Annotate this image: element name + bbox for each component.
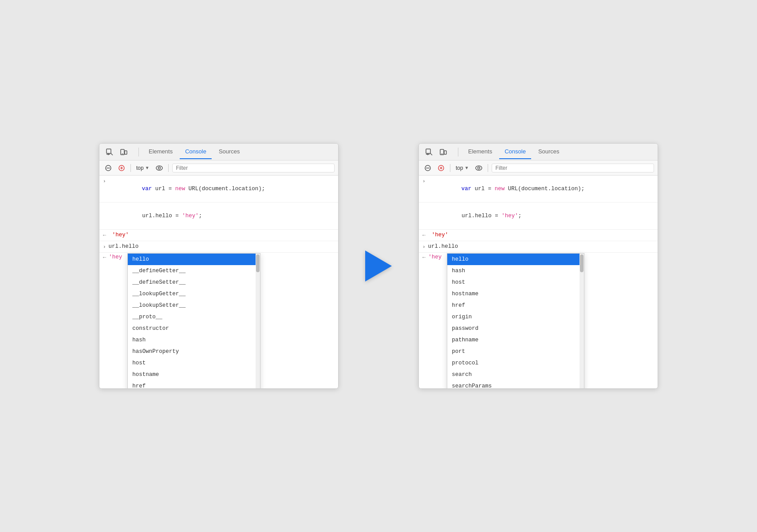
right-context-label: top bbox=[456, 165, 463, 171]
left-ac-item-5[interactable]: __proto__ bbox=[128, 311, 256, 323]
right-ac-item-4[interactable]: href bbox=[447, 300, 580, 311]
right-ac-item-0[interactable]: hello bbox=[447, 254, 580, 265]
left-ac-item-1[interactable]: __defineGetter__ bbox=[128, 265, 256, 277]
left-ac-item-10[interactable]: hostname bbox=[128, 369, 256, 380]
right-tab-divider bbox=[458, 148, 458, 156]
left-tab-icons bbox=[104, 146, 130, 158]
left-toolbar-divider2 bbox=[168, 164, 169, 172]
svg-point-24 bbox=[476, 166, 482, 170]
right-eye-btn[interactable] bbox=[473, 163, 484, 173]
right-tab-elements[interactable]: Elements bbox=[463, 145, 497, 159]
svg-rect-4 bbox=[125, 151, 127, 154]
right-autocomplete-area: ← 'hey hello hash host hostname href ori… bbox=[419, 253, 658, 262]
left-tab-elements[interactable]: Elements bbox=[143, 145, 178, 159]
right-filter-btn[interactable] bbox=[436, 163, 446, 173]
right-ac-item-9[interactable]: protocol bbox=[447, 357, 580, 369]
right-ac-item-3[interactable]: hostname bbox=[447, 288, 580, 300]
right-ac-item-5[interactable]: origin bbox=[447, 311, 580, 323]
left-context-selector[interactable]: top ▼ bbox=[134, 164, 151, 172]
left-prompt1: › bbox=[103, 177, 106, 185]
right-partial-result: 'hey bbox=[428, 254, 442, 260]
left-console-line3: › url.hello bbox=[99, 241, 338, 253]
right-code1: var url = new URL(document.location); bbox=[428, 177, 585, 201]
left-dropdown[interactable]: hello __defineGetter__ __defineSetter__ … bbox=[127, 253, 260, 389]
left-ac-item-2[interactable]: __defineSetter__ bbox=[128, 277, 256, 288]
right-toolbar-divider bbox=[450, 164, 450, 172]
right-tab-console[interactable]: Console bbox=[499, 145, 531, 159]
right-console-line1b: › url.hello = 'hey'; bbox=[419, 203, 658, 230]
left-dropdown-scrollbar bbox=[256, 254, 260, 389]
left-eye-btn[interactable] bbox=[154, 163, 165, 173]
left-partial-result: 'hey bbox=[109, 254, 122, 260]
right-toolbar-divider2 bbox=[488, 164, 488, 172]
left-filter-input[interactable] bbox=[172, 164, 335, 172]
svg-rect-17 bbox=[444, 151, 446, 154]
left-result1-line: ← 'hey' bbox=[99, 230, 338, 241]
right-context-arrow: ▼ bbox=[465, 165, 469, 170]
svg-rect-13 bbox=[426, 149, 430, 153]
left-prompt3: › bbox=[103, 243, 106, 251]
right-ac-item-6[interactable]: password bbox=[447, 323, 580, 334]
right-ac-item-7[interactable]: pathname bbox=[447, 334, 580, 346]
right-result-prompt1: ← bbox=[422, 231, 426, 239]
page-wrapper: Elements Console Sources top bbox=[81, 125, 676, 407]
left-ac-item-3[interactable]: __lookupGetter__ bbox=[128, 288, 256, 300]
left-ac-item-8[interactable]: hasOwnProperty bbox=[128, 346, 256, 357]
inspect-icon[interactable] bbox=[104, 146, 115, 158]
right-dropdown[interactable]: hello hash host hostname href origin pas… bbox=[447, 253, 584, 389]
right-tab-icons bbox=[423, 146, 449, 158]
left-autocomplete-area: ← 'hey hello __defineGetter__ __defineSe… bbox=[99, 253, 338, 262]
right-ac-item-11[interactable]: searchParams bbox=[447, 380, 580, 389]
right-code1b: url.hello = 'hey'; bbox=[428, 204, 521, 228]
left-ac-item-6[interactable]: constructor bbox=[128, 323, 256, 334]
right-context-selector[interactable]: top ▼ bbox=[454, 164, 471, 172]
left-ac-item-0[interactable]: hello bbox=[128, 254, 256, 265]
left-result-prompt1: ← bbox=[103, 231, 106, 239]
left-toolbar-divider bbox=[130, 164, 131, 172]
left-tab-console[interactable]: Console bbox=[180, 145, 212, 159]
left-back-arrow: ← bbox=[103, 254, 106, 261]
left-ac-item-11[interactable]: href bbox=[128, 380, 256, 389]
right-ac-item-2[interactable]: host bbox=[447, 277, 580, 288]
right-console-line3: › url.hello bbox=[419, 241, 658, 253]
right-result1-value: 'hey' bbox=[428, 231, 448, 239]
right-dropdown-list: hello hash host hostname href origin pas… bbox=[447, 254, 580, 389]
right-ac-item-8[interactable]: port bbox=[447, 346, 580, 357]
left-ac-item-4[interactable]: __lookupSetter__ bbox=[128, 300, 256, 311]
right-ac-item-10[interactable]: search bbox=[447, 369, 580, 380]
right-tab-bar: Elements Console Sources bbox=[419, 144, 658, 160]
right-inspect-icon[interactable] bbox=[423, 146, 435, 158]
right-console-content: › var url = new URL(document.location); … bbox=[419, 176, 658, 388]
left-code1b: url.hello = 'hey'; bbox=[109, 204, 202, 228]
svg-point-11 bbox=[156, 166, 162, 170]
right-autocomplete-wrapper: 'hey hello hash host hostname href origi… bbox=[428, 254, 442, 260]
left-clear-btn[interactable] bbox=[103, 163, 114, 173]
direction-arrow bbox=[365, 250, 392, 282]
svg-point-25 bbox=[477, 167, 480, 169]
right-tab-sources[interactable]: Sources bbox=[533, 145, 565, 159]
left-dropdown-scrollthumb bbox=[256, 254, 260, 272]
right-prompt1: › bbox=[422, 177, 426, 185]
left-console-line1b: › url.hello = 'hey'; bbox=[99, 203, 338, 230]
device-icon[interactable] bbox=[118, 146, 130, 158]
svg-point-12 bbox=[158, 167, 160, 169]
left-tab-divider bbox=[138, 148, 139, 156]
left-dropdown-list: hello __defineGetter__ __defineSetter__ … bbox=[128, 254, 256, 389]
right-ac-item-1[interactable]: hash bbox=[447, 265, 580, 277]
right-clear-btn[interactable] bbox=[422, 163, 433, 173]
left-tab-bar: Elements Console Sources bbox=[99, 144, 338, 160]
right-device-icon[interactable] bbox=[438, 146, 449, 158]
right-arrow-shape bbox=[365, 250, 392, 282]
left-code1: var url = new URL(document.location); bbox=[109, 177, 265, 201]
left-ac-item-9[interactable]: host bbox=[128, 357, 256, 369]
left-tab-sources[interactable]: Sources bbox=[213, 145, 245, 159]
left-ac-item-7[interactable]: hash bbox=[128, 334, 256, 346]
right-prompt3: › bbox=[422, 243, 426, 251]
left-prompt1b: › bbox=[103, 204, 106, 212]
right-filter-input[interactable] bbox=[492, 164, 654, 172]
svg-rect-0 bbox=[106, 149, 111, 153]
left-console-line1: › var url = new URL(document.location); bbox=[99, 176, 338, 203]
right-dropdown-scrollthumb bbox=[580, 254, 584, 272]
left-filter-btn[interactable] bbox=[116, 163, 127, 173]
context-label: top bbox=[136, 165, 144, 171]
